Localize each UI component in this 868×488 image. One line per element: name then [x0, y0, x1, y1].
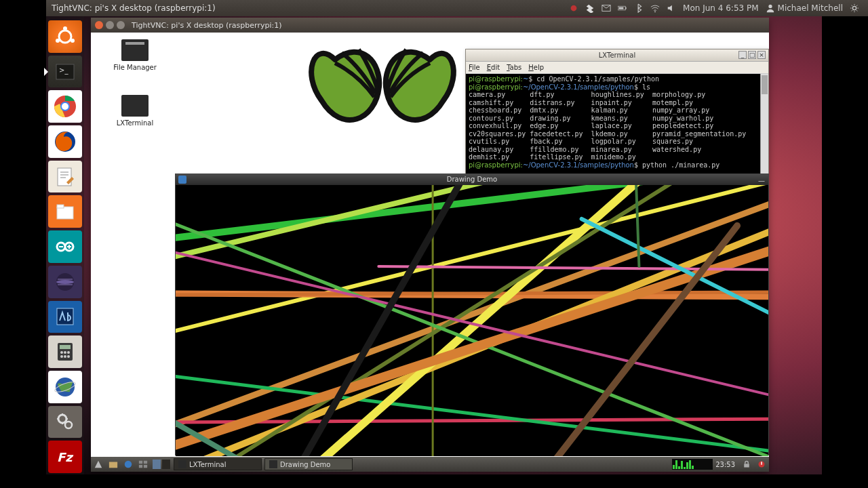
lxterminal-menubar: FileEditTabsHelp [466, 62, 768, 74]
letterbox-right [822, 0, 868, 488]
svg-point-36 [64, 355, 66, 358]
svg-rect-74 [744, 464, 749, 467]
svg-rect-31 [60, 345, 71, 349]
svg-rect-66 [139, 461, 142, 464]
pi-desktop-background[interactable]: File ManagerLXTerminal LXTerminal _ □ × … [91, 33, 769, 472]
launcher-filezilla[interactable]: Fz [48, 441, 82, 473]
dropbox-icon[interactable] [585, 3, 595, 13]
web-browser-icon[interactable] [122, 458, 134, 470]
svg-point-34 [67, 351, 70, 354]
lxde-panel: LXTerminalDrawing Demo 23:53 [91, 457, 769, 472]
panel-clock[interactable]: 23:53 [715, 461, 735, 468]
launcher-files[interactable] [48, 195, 82, 228]
vnc-titlebar[interactable]: TightVNC: pi's X desktop (raspberrypi:1) [91, 18, 769, 33]
launcher-arduino[interactable] [48, 230, 82, 263]
menu-edit[interactable]: Edit [487, 64, 500, 71]
user-menu[interactable]: Michael Mitchell [766, 3, 843, 13]
launcher-virtualbox[interactable] [48, 301, 82, 333]
desktop-icon-lxterminal[interactable]: LXTerminal [111, 95, 159, 127]
launcher-calculator[interactable] [48, 336, 82, 368]
launcher-eclipse[interactable] [48, 266, 82, 298]
svg-line-58 [176, 249, 768, 399]
taskbar-item-lxterminal[interactable]: LXTerminal [174, 458, 262, 470]
svg-point-16 [62, 103, 68, 110]
unity-launcher: >_Fz [46, 16, 84, 474]
screenlock-icon[interactable] [741, 458, 753, 470]
lxterminal-titlebar[interactable]: LXTerminal _ □ × [466, 49, 768, 62]
svg-line-44 [176, 185, 528, 260]
logout-icon[interactable] [755, 458, 768, 470]
svg-line-63 [298, 185, 467, 456]
user-name-label: Michael Mitchell [778, 3, 843, 13]
vnc-remote-desktop[interactable]: File ManagerLXTerminal LXTerminal _ □ × … [91, 33, 769, 472]
window-minimize-button[interactable] [106, 21, 114, 29]
menu-file[interactable]: File [469, 64, 480, 71]
svg-rect-73 [269, 460, 277, 468]
svg-point-28 [56, 280, 74, 284]
launcher-terminal[interactable]: >_ [48, 56, 82, 88]
svg-rect-3 [625, 7, 626, 9]
svg-point-10 [56, 39, 60, 43]
svg-point-6 [768, 5, 772, 8]
launcher-google-earth[interactable] [48, 371, 82, 403]
svg-point-5 [654, 11, 656, 12]
svg-line-43 [176, 185, 768, 239]
recording-icon[interactable] [569, 3, 578, 13]
svg-point-8 [59, 30, 71, 43]
svg-point-9 [63, 26, 67, 30]
desktop-pager[interactable] [152, 458, 171, 470]
svg-text:>_: >_ [59, 66, 68, 75]
launcher-gedit[interactable] [48, 161, 82, 193]
volume-icon[interactable] [667, 3, 676, 13]
iconify-all-icon[interactable] [137, 458, 149, 470]
session-gear-icon[interactable] [850, 3, 859, 13]
lxterminal-window: LXTerminal _ □ × FileEditTabsHelp pi@ras… [465, 49, 769, 188]
lxterm-minimize-button[interactable]: _ [738, 51, 747, 59]
taskbar-item-drawing-demo[interactable]: Drawing Demo [264, 458, 353, 470]
lxde-menu-button[interactable] [92, 458, 104, 470]
cpu-monitor[interactable] [672, 459, 713, 470]
ubuntu-top-panel: TightVNC: pi's X desktop (raspberrypi:1)… [46, 0, 868, 16]
terminal-scrollbar[interactable] [760, 74, 768, 188]
vnc-title-label: TightVNC: pi's X desktop (raspberrypi:1) [132, 21, 281, 30]
launcher-ubuntu-dash[interactable] [48, 20, 82, 53]
letterbox-bottom [0, 474, 868, 488]
svg-point-37 [67, 355, 70, 358]
svg-rect-64 [109, 462, 117, 468]
svg-rect-67 [144, 461, 147, 464]
lxterm-close-button[interactable]: × [757, 51, 766, 59]
window-close-button[interactable] [95, 21, 103, 29]
svg-rect-4 [618, 7, 623, 9]
drawing-demo-title-label: Drawing Demo [447, 176, 497, 183]
desktop-icon-file-manager[interactable]: File Manager [111, 39, 159, 71]
menu-tabs[interactable]: Tabs [507, 64, 521, 71]
svg-rect-76 [761, 462, 762, 465]
launcher-settings[interactable] [48, 406, 82, 439]
lxterm-maximize-button[interactable]: □ [748, 51, 756, 59]
drawing-demo-titlebar[interactable]: Drawing Demo — [176, 174, 768, 185]
svg-point-11 [71, 39, 75, 43]
svg-rect-69 [144, 465, 147, 468]
wifi-icon[interactable] [650, 3, 660, 13]
bluetooth-icon[interactable] [634, 3, 644, 13]
svg-point-35 [60, 355, 63, 358]
svg-point-0 [571, 5, 577, 12]
battery-icon[interactable] [618, 3, 627, 13]
window-maximize-button[interactable] [117, 21, 125, 29]
drawing-demo-canvas [176, 185, 768, 456]
pcmanfm-icon[interactable] [107, 458, 119, 470]
raspberry-logo [294, 33, 471, 168]
launcher-firefox[interactable] [48, 125, 82, 158]
svg-rect-71 [162, 460, 170, 469]
mail-icon[interactable] [601, 3, 611, 13]
lxterminal-title-label: LXTerminal [599, 52, 636, 59]
svg-text:Fz: Fz [57, 450, 74, 464]
terminal-output[interactable]: pi@raspberrypi:~$ cd OpenCV-2.3.1/sample… [466, 74, 768, 188]
svg-point-40 [58, 415, 66, 423]
drawing-demo-minimize-button[interactable]: — [757, 176, 766, 184]
svg-rect-23 [57, 205, 64, 208]
menu-help[interactable]: Help [528, 64, 544, 71]
clock[interactable]: Mon Jun 4 6:53 PM [683, 3, 758, 13]
svg-point-32 [60, 351, 63, 354]
launcher-chrome[interactable] [48, 90, 82, 123]
